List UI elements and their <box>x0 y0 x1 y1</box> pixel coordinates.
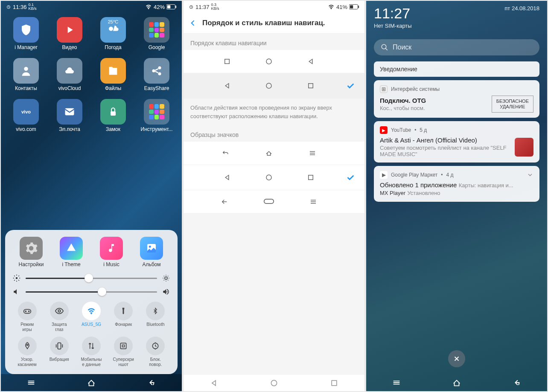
volume-slider-row <box>13 288 170 296</box>
nav-menu-icon[interactable] <box>26 378 36 387</box>
app-label: i Theme <box>62 261 80 267</box>
svg-point-29 <box>266 83 271 88</box>
svg-rect-10 <box>111 111 116 116</box>
square-icon <box>223 58 231 65</box>
sun-icon <box>162 274 170 282</box>
notification-action-button[interactable]: БЕЗОПАСНОЕ УДАЛЕНИЕ <box>492 96 533 113</box>
page-title: Порядок и стиль клавиш навигац. <box>202 19 325 27</box>
toggle-torch[interactable]: Фонарик <box>108 302 140 332</box>
app-vivocom[interactable]: vivovivo.com <box>4 99 48 132</box>
svg-point-7 <box>158 67 161 70</box>
app-label: i Music <box>103 261 119 267</box>
app-контакты[interactable]: Контакты <box>4 58 48 91</box>
toggle-label: Мобильны е данные <box>81 357 102 367</box>
notification-card[interactable]: ▶ YouTube • 5 д Artik & Asti - Ангел (Of… <box>374 121 539 163</box>
app-инструмент[interactable]: Инструмент... <box>135 99 178 132</box>
rotation-icon <box>146 337 165 355</box>
toggle-rotation[interactable]: Блок. повор. <box>140 337 172 367</box>
nav-back-icon[interactable] <box>512 378 522 387</box>
volume-high-icon <box>162 288 170 296</box>
nav-style-option-1[interactable] <box>184 142 364 165</box>
chevron-down-icon[interactable] <box>527 171 533 178</box>
gear-icon[interactable] <box>13 274 20 282</box>
play-icon <box>57 17 82 43</box>
nav-back-icon[interactable] <box>147 378 156 387</box>
nav-style-option-2[interactable] <box>184 165 364 190</box>
app-label: vivo.com <box>16 126 36 132</box>
status-time: 11:36 <box>13 4 27 10</box>
settings-header: Порядок и стиль клавиш навигац. <box>184 13 364 34</box>
nav-style-option-3[interactable] <box>184 190 364 214</box>
notification-sub-extra: Установлено <box>407 190 440 196</box>
app-vivocloud[interactable]: vivoCloud <box>48 58 91 91</box>
app-label: Альбом <box>142 261 160 267</box>
toggle-label: Суперскри ншот <box>113 357 134 367</box>
app-замок[interactable]: Замок <box>91 99 135 132</box>
app-easyshare[interactable]: EasyShare <box>135 58 178 91</box>
panel-app-i music[interactable]: i Music <box>91 237 131 267</box>
app-label: Файлы <box>105 85 121 91</box>
menu-icon <box>309 198 318 206</box>
panel-app-настройки[interactable]: Настройки <box>11 237 51 267</box>
svg-point-34 <box>271 380 277 386</box>
folder-icon <box>144 17 169 43</box>
app-элпочта[interactable]: Эл.почта <box>48 99 91 132</box>
app-label: Настройки <box>19 261 44 267</box>
control-panel: Настройкиi Themei MusicАльбом Режим игры… <box>5 230 178 374</box>
search-bar[interactable]: Поиск <box>374 39 539 55</box>
nav-home-icon[interactable] <box>87 378 96 387</box>
svg-rect-32 <box>309 175 313 180</box>
toggle-bt[interactable]: Bluetooth <box>140 302 172 332</box>
status-battery: 41% <box>336 4 347 10</box>
toggle-eye[interactable]: Защита глаз <box>43 302 75 332</box>
panel-apps-row: Настройкиi Themei MusicАльбом <box>11 237 172 267</box>
toggle-label: Блок. повор. <box>149 357 162 367</box>
folder-icon <box>144 99 169 125</box>
nav-order-option-2[interactable] <box>184 73 364 99</box>
panel-app-i theme[interactable]: i Theme <box>51 237 91 267</box>
volume-slider[interactable] <box>26 291 157 293</box>
nav-menu-icon[interactable] <box>392 378 401 387</box>
svg-point-17 <box>28 311 29 312</box>
wifi-icon <box>82 302 101 320</box>
notification-card[interactable]: ⊞ Интерфейс системы Подключ. OTG Кос., ч… <box>374 80 539 118</box>
toggle-wifi[interactable]: ASUS_5G <box>75 302 107 332</box>
navigation-bar <box>366 374 547 391</box>
notification-title: Подключ. OTG <box>380 97 426 104</box>
back-icon[interactable] <box>189 19 197 27</box>
app-google[interactable]: Google <box>135 17 178 50</box>
app-видео[interactable]: Видео <box>48 17 91 50</box>
notification-card[interactable]: ▶ Google Play Маркет • 4 д Обновлено 1 п… <box>374 166 539 202</box>
shield-icon <box>13 17 39 43</box>
nav-home-icon[interactable] <box>270 379 278 387</box>
dismiss-all-button[interactable] <box>448 350 465 367</box>
svg-rect-3 <box>175 6 176 8</box>
app-label: vivoCloud <box>58 85 81 91</box>
lock-date: пт 24.08.2018 <box>504 5 539 12</box>
toggle-vibrate[interactable]: Вибрация <box>43 337 75 367</box>
app-погода[interactable]: 25°CПогода <box>91 17 135 50</box>
nav-back-icon[interactable] <box>210 379 218 387</box>
app-label: Эл.почта <box>59 126 80 132</box>
weather-icon: 25°C <box>100 17 126 43</box>
nav-home-icon[interactable] <box>452 378 461 387</box>
triangle-icon <box>307 58 315 65</box>
app-imanager[interactable]: i Manager <box>4 17 48 50</box>
panel-app-альбом[interactable]: Альбом <box>131 237 172 267</box>
torch-icon <box>114 302 133 320</box>
svg-rect-35 <box>332 380 337 386</box>
search-icon <box>381 44 388 51</box>
notification-subtitle: Кос., чтобы посм. <box>380 105 426 111</box>
toggle-screenshot[interactable]: Суперскри ншот <box>108 337 140 367</box>
toggle-rocket[interactable]: Ускор. касанием <box>11 337 43 367</box>
nav-order-option-1[interactable] <box>184 50 364 73</box>
toggle-game[interactable]: Режим игры <box>11 302 43 332</box>
app-label: Погода <box>105 44 122 50</box>
nav-recents-icon[interactable] <box>330 379 338 387</box>
app-файлы[interactable]: Файлы <box>91 58 135 91</box>
brightness-slider[interactable] <box>26 278 157 279</box>
notification-age: 5 д <box>420 127 427 133</box>
toggle-data[interactable]: Мобильны е данные <box>75 337 107 367</box>
svg-rect-15 <box>23 309 31 313</box>
share-icon <box>144 58 169 84</box>
